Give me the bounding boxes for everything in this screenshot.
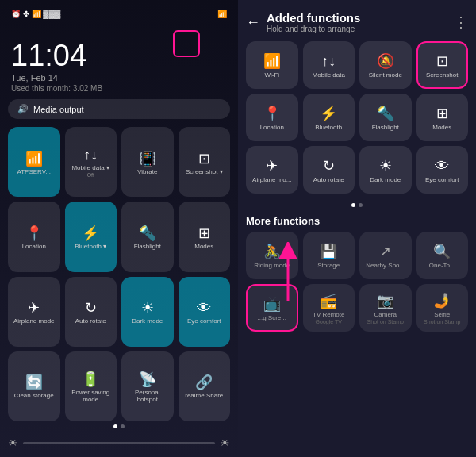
fn-eyecomfort-icon: 👁 — [435, 158, 449, 175]
tile-location-label: Location — [22, 244, 46, 251]
added-functions-grid: 📶 Wi-Fi ↑↓ Mobile data 🔕 Silent mode ⊡ S… — [246, 41, 468, 194]
realmeshare-icon: 🔗 — [195, 374, 213, 391]
fn-location-icon: 📍 — [263, 105, 281, 122]
tile-airplane[interactable]: ✈ Airplane mode — [8, 277, 60, 347]
fn-storage[interactable]: 💾 Storage — [303, 232, 355, 279]
fn-mobiledata[interactable]: ↑↓ Mobile data — [303, 41, 355, 89]
header-title-block: Added functions Hold and drag to arrange — [267, 11, 360, 33]
fn-flashlight-label: Flashlight — [372, 125, 399, 132]
tile-hotspot[interactable]: 📡 Personal hotspot — [121, 351, 174, 421]
right-dot-1 — [351, 203, 355, 207]
fn-eyecomfort-label: Eye comfort — [425, 177, 459, 184]
tile-modes[interactable]: ⊞ Modes — [178, 202, 231, 271]
more-options-button[interactable]: ⋮ — [454, 13, 468, 31]
fn-screenshot[interactable]: ⊡ Screenshot — [416, 41, 469, 89]
fn-autorotate[interactable]: ↻ Auto rotate — [303, 146, 355, 194]
tile-location[interactable]: 📍 Location — [8, 202, 60, 271]
fn-darkmode[interactable]: ☀ Dark mode — [359, 146, 412, 194]
tile-mobile-data-label: Mobile data ▾Off — [71, 165, 109, 179]
fn-flashlight[interactable]: 🔦 Flashlight — [359, 94, 412, 141]
fn-wifi[interactable]: 📶 Wi-Fi — [246, 41, 298, 89]
fn-onetap-label: One-To... — [429, 263, 455, 270]
fn-wifi-icon: 📶 — [263, 52, 281, 70]
fn-modes-icon: ⊞ — [436, 105, 448, 122]
fn-camera[interactable]: 📷 CameraShot on Stamp — [359, 284, 412, 332]
fn-modes[interactable]: ⊞ Modes — [416, 94, 469, 141]
right-header: ← Added functions Hold and drag to arran… — [246, 8, 468, 36]
tile-mobile-data[interactable]: ↑↓ Mobile data ▾Off — [65, 127, 117, 197]
fn-onetap[interactable]: 🔍 One-To... — [416, 232, 469, 279]
cleanstorage-icon: 🔄 — [25, 374, 43, 391]
mobile-data-icon: ↑↓ — [83, 147, 98, 163]
tile-realmeshare[interactable]: 🔗 realme Share — [178, 351, 231, 421]
fn-screenshot-icon: ⊡ — [436, 52, 448, 70]
screenshot-icon: ⊡ — [198, 150, 210, 167]
eyecomfort-icon: 👁 — [197, 300, 211, 317]
tile-flashlight-label: Flashlight — [134, 244, 161, 251]
fn-silentmode-label: Silent mode — [369, 72, 402, 79]
fn-camera-label: CameraShot on Stamp — [367, 312, 404, 326]
darkmode-icon: ☀ — [141, 299, 154, 317]
fn-ridingmode[interactable]: 🚴 Riding mode — [246, 232, 298, 279]
fn-eyecomfort[interactable]: 👁 Eye comfort — [416, 146, 469, 194]
fn-tvremote[interactable]: 📻 TV RemoteGoogle TV — [303, 284, 355, 332]
tile-vibrate-label: Vibrate — [137, 169, 157, 176]
fn-ridingmode-icon: 🚴 — [263, 243, 281, 260]
status-bar: ⏰ ✤ 📶 ▓▓▓ 📶 — [8, 8, 230, 20]
right-page-dots — [246, 203, 468, 207]
fn-autorotate-icon: ↻ — [323, 157, 335, 175]
tile-eyecomfort[interactable]: 👁 Eye comfort — [178, 277, 231, 347]
media-output-button[interactable]: 🔊 Media output — [8, 99, 230, 119]
tile-vibrate[interactable]: 📳 Vibrate — [121, 127, 174, 197]
tile-powersaving-label: Power saving mode — [68, 390, 114, 404]
fn-onetap-icon: 🔍 — [433, 243, 451, 260]
fn-bluetooth-icon: ⚡ — [320, 105, 337, 122]
fn-location-label: Location — [260, 125, 284, 132]
fn-autorotate-label: Auto rotate — [313, 177, 344, 184]
tile-cleanstorage-label: Clean storage — [14, 393, 54, 400]
fn-storage-icon: 💾 — [320, 243, 337, 260]
fn-ridingmode-label: Riding mode — [254, 263, 290, 270]
tile-darkmode[interactable]: ☀ Dark mode — [121, 277, 174, 347]
tile-cleanstorage[interactable]: 🔄 Clean storage — [8, 351, 60, 421]
left-panel: ⏰ ✤ 📶 ▓▓▓ 📶 👤 ✏ ⚙ 11:04 Tue, Feb 14 Used… — [0, 0, 238, 457]
status-icons: ⏰ ✤ 📶 ▓▓▓ — [11, 10, 60, 18]
tile-autorotate-label: Auto rotate — [75, 318, 106, 325]
fn-selfie[interactable]: 🤳 SelfieShot on Stamp — [416, 284, 469, 332]
tile-darkmode-label: Dark mode — [132, 318, 163, 325]
brightness-bar[interactable] — [23, 442, 215, 444]
fn-nearbyshare-icon: ↗ — [379, 243, 391, 260]
tile-flashlight[interactable]: 🔦 Flashlight — [121, 202, 174, 271]
fn-screen[interactable]: 📺 ...g Scre... — [246, 284, 298, 332]
fn-mobiledata-label: Mobile data — [313, 72, 345, 79]
tile-wifi[interactable]: 📶 ATPSERV... — [8, 127, 60, 197]
tile-modes-label: Modes — [194, 244, 213, 251]
tile-airplane-label: Airplane mode — [13, 318, 55, 325]
fn-nearbyshare-label: Nearby Sho... — [366, 263, 405, 270]
tile-screenshot[interactable]: ⊡ Screenshot ▾ — [178, 127, 231, 197]
fn-bluetooth[interactable]: ⚡ Bluetooth — [303, 94, 355, 141]
fn-flashlight-icon: 🔦 — [377, 105, 394, 122]
fn-airplane-icon: ✈ — [266, 157, 278, 175]
fn-nearbyshare[interactable]: ↗ Nearby Sho... — [359, 232, 412, 279]
modes-icon: ⊞ — [198, 225, 210, 242]
tile-powersaving[interactable]: 🔋 Power saving mode — [65, 351, 117, 421]
tile-eyecomfort-label: Eye comfort — [187, 318, 221, 325]
tile-bluetooth[interactable]: ⚡ Bluetooth ▾ — [65, 202, 117, 271]
quick-settings-grid: 📶 ATPSERV... ↑↓ Mobile data ▾Off 📳 Vibra… — [8, 127, 230, 421]
fn-silentmode-icon: 🔕 — [377, 52, 394, 70]
date-display: Tue, Feb 14 — [8, 73, 230, 83]
bluetooth-icon: ⚡ — [82, 225, 99, 242]
fn-silentmode[interactable]: 🔕 Silent mode — [359, 41, 412, 89]
back-button[interactable]: ← — [246, 14, 260, 31]
more-functions-grid: 🚴 Riding mode 💾 Storage ↗ Nearby Sho... … — [246, 232, 468, 332]
fn-airplane[interactable]: ✈ Airplane mo... — [246, 146, 298, 194]
fn-darkmode-label: Dark mode — [370, 177, 401, 184]
flashlight-icon: 🔦 — [139, 225, 156, 242]
fn-location[interactable]: 📍 Location — [246, 94, 298, 141]
tile-hotspot-label: Personal hotspot — [125, 390, 171, 404]
more-functions-title: More functions — [246, 215, 468, 227]
fn-storage-label: Storage — [317, 263, 340, 270]
tile-autorotate[interactable]: ↻ Auto rotate — [65, 277, 117, 347]
fn-wifi-label: Wi-Fi — [264, 72, 279, 79]
